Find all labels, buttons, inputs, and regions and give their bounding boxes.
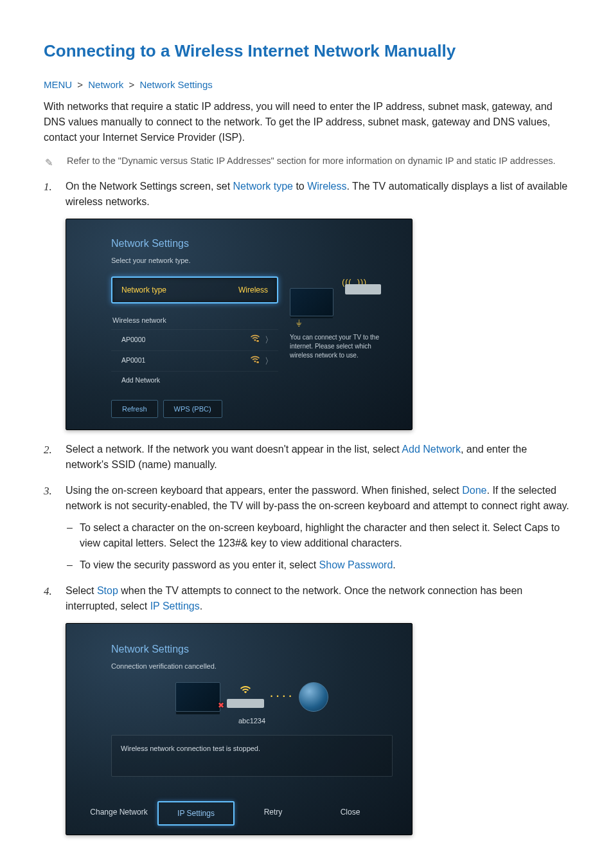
step-text: To view the security password as you ent… <box>80 559 319 570</box>
breadcrumb-network: Network <box>88 79 123 90</box>
intro-paragraph: With networks that require a static IP a… <box>44 99 569 145</box>
ip-settings-keyword: IP Settings <box>150 601 200 611</box>
router-icon <box>345 284 381 294</box>
router-icon: ✖ <box>227 699 264 708</box>
panel-subtitle: Connection verification cancelled. <box>111 661 393 672</box>
ip-settings-button[interactable]: IP Settings <box>157 801 235 826</box>
network-type-value: Wireless <box>238 284 268 296</box>
wireless-item-ap0001[interactable]: AP0001 〉 <box>111 350 278 372</box>
change-network-button[interactable]: Change Network <box>80 801 157 826</box>
network-type-keyword: Network type <box>233 181 293 192</box>
ap-name-label: abc1234 <box>111 716 393 727</box>
error-x-icon: ✖ <box>218 700 224 711</box>
tv-icon <box>175 682 220 712</box>
panel-info-text: You can connect your TV to the internet.… <box>290 333 393 360</box>
add-network-keyword: Add Network <box>402 444 461 455</box>
stand-icon: ⏚ <box>296 316 301 329</box>
network-type-label: Network type <box>121 284 166 296</box>
wireless-network-header: Wireless network <box>112 315 277 326</box>
tv-icon <box>290 288 333 316</box>
wifi-icon <box>227 684 264 698</box>
note-text: Refer to the "Dynamic versus Static IP A… <box>67 154 556 170</box>
globe-icon <box>299 682 328 712</box>
add-network-item[interactable]: Add Network <box>111 371 278 390</box>
svg-rect-1 <box>256 340 259 342</box>
step-text: . <box>393 559 395 570</box>
connection-dots-icon: • • • • <box>271 692 292 701</box>
wifi-lock-icon <box>251 355 260 367</box>
connection-cancelled-panel: Network Settings Connection verification… <box>66 623 413 835</box>
step-3: Using the on-screen keyboard that appear… <box>44 483 569 573</box>
close-button[interactable]: Close <box>312 801 389 826</box>
step-text: to <box>293 181 307 192</box>
step-1: On the Network Settings screen, set Netw… <box>44 179 569 430</box>
connection-illustration: ((( ))) ⏚ <box>290 276 393 327</box>
note-icon: ✎ <box>45 154 58 170</box>
step-text: Select a network. If the network you wan… <box>66 444 402 455</box>
panel-title: Network Settings <box>111 236 393 251</box>
chevron-right-icon: > <box>77 79 83 90</box>
wps-pbc-button[interactable]: WPS (PBC) <box>163 400 222 419</box>
breadcrumb-network-settings: Network Settings <box>139 79 212 90</box>
connection-diagram: ✖ • • • • <box>111 682 393 712</box>
step-4: Select Stop when the TV attempts to conn… <box>44 583 569 835</box>
chevron-right-icon: 〉 <box>265 334 273 347</box>
status-message: Wireless network connection test is stop… <box>111 735 393 777</box>
stop-keyword: Stop <box>97 585 118 596</box>
step-3-sub-1: To select a character on the on-screen k… <box>66 520 569 551</box>
panel-title: Network Settings <box>111 642 393 657</box>
wireless-item-ap0000[interactable]: AP0000 〉 <box>111 329 278 350</box>
svg-rect-3 <box>256 361 259 363</box>
chevron-right-icon: > <box>129 79 134 90</box>
panel-subtitle: Select your network type. <box>111 255 393 266</box>
retry-button[interactable]: Retry <box>235 801 312 826</box>
breadcrumb: MENU > Network > Network Settings <box>44 78 569 93</box>
wifi-lock-icon <box>251 334 260 346</box>
page-title: Connecting to a Wireless Internet Networ… <box>44 39 569 64</box>
chevron-right-icon: 〉 <box>265 355 273 368</box>
refresh-button[interactable]: Refresh <box>111 400 158 419</box>
step-text: On the Network Settings screen, set <box>66 181 233 192</box>
show-password-keyword: Show Password <box>319 559 393 570</box>
step-3-sub-2: To view the security password as you ent… <box>66 557 569 573</box>
step-text: when the TV attempts to connect to the n… <box>66 585 522 611</box>
step-text: . <box>200 601 202 611</box>
done-keyword: Done <box>462 485 486 496</box>
wireless-ssid: AP0000 <box>121 335 145 345</box>
wireless-ssid: AP0001 <box>121 356 145 366</box>
step-text: Select <box>66 585 97 596</box>
breadcrumb-menu: MENU <box>44 79 72 90</box>
network-type-selector[interactable]: Network type Wireless <box>111 276 278 303</box>
step-2: Select a network. If the network you wan… <box>44 442 569 473</box>
add-network-label: Add Network <box>121 375 160 386</box>
network-settings-panel: Network Settings Select your network typ… <box>66 219 413 430</box>
wireless-keyword: Wireless <box>307 181 346 192</box>
step-text: Using the on-screen keyboard that appear… <box>66 485 462 496</box>
